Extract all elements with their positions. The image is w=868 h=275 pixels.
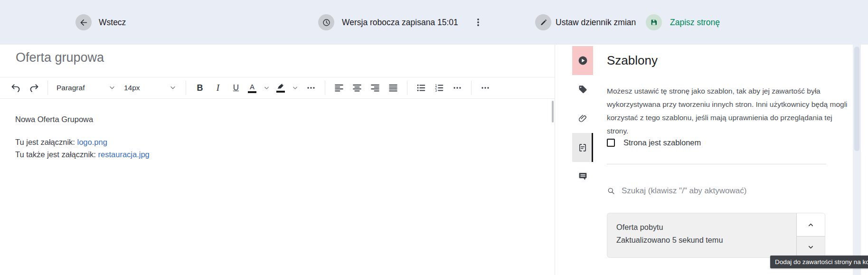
font-size-value: 14px: [124, 84, 140, 92]
text-color-dropdown[interactable]: [259, 79, 274, 96]
play-circle-icon: [577, 55, 588, 66]
changelog-button[interactable]: Ustaw dziennik zmian: [535, 0, 636, 45]
panel-divider: [607, 164, 826, 164]
template-item-name: Oferta pobytu: [616, 221, 723, 234]
formatting-toolbar: Paragraf 14px B I U A: [0, 77, 555, 99]
underline-button[interactable]: U: [227, 79, 245, 96]
toolbar-divider: [471, 81, 472, 95]
paragraph-style-value: Paragraf: [57, 84, 85, 92]
draft-status-label: Wersja robocza zapisana 15:01: [342, 18, 458, 28]
highlight-color-bar: [276, 91, 285, 93]
chevron-down-icon: [807, 244, 814, 251]
chevron-down-icon: [170, 85, 176, 91]
chevron-down-icon: [264, 85, 270, 91]
template-item-text: Oferta pobytu Zaktualizowano 5 sekund te…: [616, 221, 723, 247]
tab-attachments[interactable]: [572, 104, 593, 133]
template-search: [607, 181, 835, 200]
save-icon: [646, 14, 662, 30]
back-arrow-icon: [75, 14, 92, 30]
align-center-button[interactable]: [348, 79, 366, 96]
ellipsis-icon: [480, 83, 491, 93]
text-color-glyph: A: [250, 83, 255, 90]
content-paragraph: Tu także jest załącznik: restauracja.jpg: [15, 148, 150, 161]
save-page-button[interactable]: Zapisz stronę: [646, 0, 720, 45]
align-left-button[interactable]: [330, 79, 348, 96]
template-item-updated: Zaktualizowano 5 sekund temu: [616, 234, 723, 247]
chevron-up-icon: [807, 221, 814, 228]
checkbox-label: Strona jest szablonem: [623, 138, 701, 147]
undo-button[interactable]: [7, 79, 25, 96]
ellipsis-icon: [452, 83, 462, 93]
tab-templates[interactable]: [572, 133, 593, 162]
template-list-item[interactable]: Oferta pobytu Zaktualizowano 5 sekund te…: [607, 213, 825, 258]
attachment-link-restauracja[interactable]: restauracja.jpg: [98, 150, 150, 159]
back-label: Wstecz: [99, 18, 126, 28]
svg-text:3: 3: [435, 89, 437, 92]
content-paragraph: Nowa Oferta Grupowa: [15, 113, 150, 125]
draft-status: Wersja robocza zapisana 15:01: [318, 0, 484, 45]
redo-button[interactable]: [25, 79, 43, 96]
align-justify-button[interactable]: [384, 79, 402, 96]
chevron-down-icon: [292, 85, 298, 91]
content-paragraph: Tu jest załącznik: logo.png: [15, 136, 150, 148]
panel-title: Szablony: [607, 53, 658, 68]
font-size-dropdown[interactable]: 14px: [120, 79, 181, 96]
templates-panel: Szablony Możesz ustawić tę stronę jako s…: [593, 45, 853, 275]
back-button[interactable]: Wstecz: [75, 0, 126, 45]
toolbar-divider: [407, 81, 407, 95]
highlight-button[interactable]: [274, 79, 288, 96]
numbered-list-button[interactable]: 123: [430, 79, 448, 96]
template-item-controls: [796, 213, 825, 257]
panel-scrollbar[interactable]: [853, 45, 861, 275]
tag-icon: [578, 85, 588, 95]
align-right-button[interactable]: [366, 79, 384, 96]
sidebar-tabstrip: [572, 45, 593, 275]
paragraph-style-dropdown[interactable]: Paragraf: [53, 79, 120, 96]
page: Wstecz Wersja robocza zapisana 15:01 Ust…: [0, 0, 868, 275]
chevron-down-icon: [109, 85, 115, 91]
tab-labels[interactable]: [572, 75, 593, 104]
toolbar-divider: [186, 81, 186, 95]
template-icon: [577, 142, 588, 153]
changelog-label: Ustaw dziennik zmian: [556, 18, 636, 28]
tab-comments[interactable]: [572, 162, 593, 191]
search-input[interactable]: [622, 186, 835, 196]
checkbox-box[interactable]: [607, 139, 615, 147]
editor-pane: Oferta grupowa Paragraf 14px B I U A: [0, 45, 555, 275]
more-formatting-button[interactable]: [302, 79, 320, 96]
panel-scrollbar-thumb[interactable]: [854, 47, 859, 151]
editor-content[interactable]: Nowa Oferta Grupowa Tu jest załącznik: l…: [15, 113, 150, 161]
page-is-template-checkbox[interactable]: Strona jest szablonem: [607, 138, 701, 147]
search-icon: [607, 187, 615, 195]
highlight-dropdown[interactable]: [288, 79, 302, 96]
highlighter-icon: [277, 83, 285, 90]
insert-at-end-button[interactable]: [797, 237, 825, 257]
editor-scrollbar[interactable]: [552, 101, 554, 123]
ellipsis-icon: [306, 83, 316, 93]
text-color-bar: [248, 91, 256, 93]
clock-icon: [318, 14, 334, 30]
insert-at-top-button[interactable]: [797, 213, 825, 237]
comment-icon: [578, 171, 588, 181]
italic-button[interactable]: I: [209, 79, 227, 96]
tab-preview[interactable]: [572, 46, 593, 75]
pencil-icon: [535, 14, 551, 30]
text-color-button[interactable]: A: [245, 79, 259, 96]
paperclip-icon: [578, 114, 588, 123]
topbar: Wstecz Wersja robocza zapisana 15:01 Ust…: [0, 0, 868, 45]
page-title-input[interactable]: Oferta grupowa: [16, 50, 104, 65]
toolbar-overflow-button[interactable]: [476, 79, 494, 96]
insert-at-end-tooltip: Dodaj do zawartości strony na końcu: [770, 256, 868, 268]
attachment-link-logo[interactable]: logo.png: [77, 138, 107, 146]
more-list-options-button[interactable]: [448, 79, 466, 96]
draft-options-menu[interactable]: [472, 14, 484, 30]
bold-button[interactable]: B: [191, 79, 209, 96]
toolbar-divider: [47, 81, 48, 95]
bullet-list-button[interactable]: [412, 79, 430, 96]
save-label: Zapisz stronę: [670, 18, 720, 28]
toolbar-divider: [325, 81, 325, 95]
panel-description: Możesz ustawić tę stronę jako szablon, t…: [607, 85, 849, 138]
